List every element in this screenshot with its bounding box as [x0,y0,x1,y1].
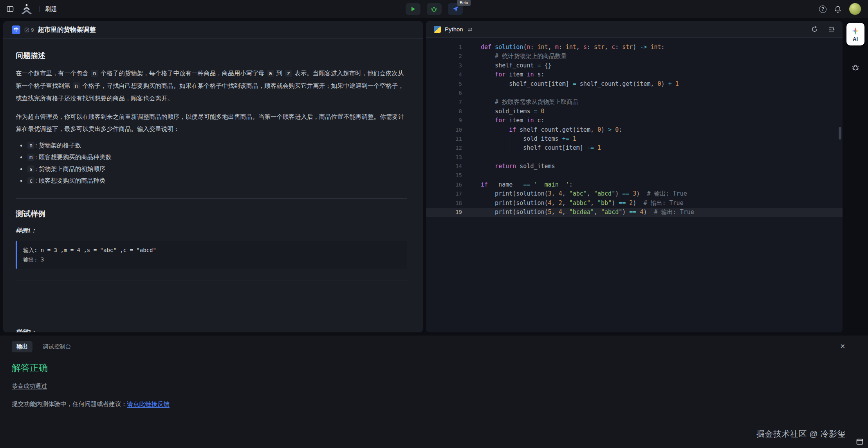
app-title: 刷题 [45,5,57,13]
line-number[interactable]: 19 [426,208,462,217]
code-line[interactable]: 7# 按顾客需求从货物架上取商品 [426,98,843,107]
output-console: 输出 调试控制台 ✕ 解答正确 恭喜成功通过 提交功能内测体验中，任何问题或者建… [0,336,868,448]
inline-code: n [27,142,34,149]
line-number[interactable]: 15 [426,171,462,180]
tab-output[interactable]: 输出 [12,341,32,352]
example1-label: 样例1： [16,227,407,234]
play-icon [410,6,416,12]
line-number[interactable]: 11 [426,134,462,143]
code-line[interactable]: 4for item in s: [426,70,843,79]
editor-scrollbar[interactable] [839,127,841,140]
inline-code: s [27,165,34,172]
example-input: 输入: n = 3 ,m = 4 ,s = "abc" ,c = "abcd" [23,245,401,255]
code-line[interactable]: 17print(solution(3, 4, "abc", "abcd") ==… [426,189,843,198]
inline-code: z [285,70,292,77]
feedback-link[interactable]: 请点此链接反馈 [127,401,170,407]
code-line[interactable]: 9for item in c: [426,116,843,125]
code-line[interactable]: 19print(solution(5, 4, "bcdea", "abcd") … [426,208,843,217]
examples-heading: 测试样例 [16,209,407,219]
editor-header: Python ⇄ [426,21,843,38]
line-number[interactable]: 5 [426,80,462,89]
reset-code-icon[interactable] [811,26,818,33]
run-code-button[interactable] [406,3,420,15]
debug-icon[interactable] [852,63,859,73]
code-line[interactable]: 12shelf_count[item] -= 1 [426,143,843,152]
problem-title: 超市里的货物架调整 [38,25,96,34]
line-number[interactable]: 7 [426,98,462,107]
line-number[interactable]: 2 [426,52,462,61]
inline-code: c [27,177,34,184]
feedback-label: 提交功能内测体验中，任何问题或者建议： [12,401,127,407]
feedback-text: 提交功能内测体验中，任何问题或者建议：请点此链接反馈 [12,400,868,408]
run-tests-button[interactable] [427,3,442,15]
problem-panel: 中 9 超市里的货物架调整 问题描述 在一个超市里，有一个包含 n 个格子的货物… [3,21,423,332]
code-line[interactable]: 16if __name__ == '__main__': [426,180,843,189]
window-icon[interactable] [856,439,863,446]
topbar-actions: Beta [406,3,463,15]
topbar-divider [39,6,40,12]
line-number[interactable]: 14 [426,162,462,171]
line-number[interactable]: 16 [426,180,462,189]
juejin-logo[interactable] [20,4,34,15]
variable-list: n: 货物架的格子数m: 顾客想要购买的商品种类数s: 货物架上商品的初始顺序c… [16,140,407,187]
ai-sparkle-icon [851,27,860,35]
result-status: 解答正确 [12,362,868,374]
line-number[interactable]: 12 [426,143,462,152]
code-line[interactable]: 10if shelf_count.get(item, 0) > 0: [426,125,843,134]
console-tabs: 输出 调试控制台 [0,336,868,352]
code-line[interactable]: 5shelf_count[item] = shelf_count.get(ite… [426,80,843,89]
right-toolbar: AI [843,21,868,332]
result-subtitle: 恭喜成功通过 [12,383,868,390]
code-lines: 1def solution(n: int, m: int, s: str, c:… [426,43,843,217]
line-number[interactable]: 9 [426,116,462,125]
problem-paragraph: 作为超市管理员，你可以在顾客到来之前重新调整商品的顺序，以便尽可能多地出售商品。… [16,111,407,135]
problem-number-icon [24,27,29,33]
section-divider-2 [16,281,407,281]
tab-debug-console[interactable]: 调试控制台 [43,343,71,350]
language-label: Python [445,26,463,33]
line-number[interactable]: 4 [426,70,462,79]
line-number[interactable]: 8 [426,107,462,116]
line-number[interactable]: 13 [426,153,462,162]
sidebar-toggle-icon[interactable] [6,5,14,13]
example2-label: 样例2： [16,328,36,332]
topbar-left: 刷题 [0,4,57,15]
topbar: 刷题 Beta ? [0,0,868,18]
watermark: 掘金技术社区 @ 冷影玺 [756,428,846,439]
line-number[interactable]: 3 [426,61,462,70]
line-number[interactable]: 10 [426,125,462,134]
bug-icon [431,6,437,13]
code-line[interactable]: 1def solution(n: int, m: int, s: str, c:… [426,43,843,52]
description-heading: 问题描述 [16,51,407,61]
code-line[interactable]: 6 [426,89,843,98]
code-line[interactable]: 15 [426,171,843,180]
line-number[interactable]: 18 [426,199,462,208]
code-line[interactable]: 8sold_items = 0 [426,107,843,116]
beta-badge: Beta [457,0,471,6]
line-number[interactable]: 6 [426,89,462,98]
code-line[interactable]: 13 [426,153,843,162]
code-line[interactable]: 2# 统计货物架上的商品数量 [426,52,843,61]
python-icon [434,26,441,33]
notifications-icon[interactable] [834,5,841,13]
example-output: 输出: 3 [23,255,401,264]
code-line[interactable]: 14return sold_items [426,162,843,171]
example1-code-block: 输入: n = 3 ,m = 4 ,s = "abc" ,c = "abcd" … [16,241,407,269]
code-line[interactable]: 11sold_items += 1 [426,134,843,143]
problem-body[interactable]: 问题描述 在一个超市里，有一个包含 n 个格子的货物架，每个格子中放有一种商品，… [3,39,423,332]
code-line[interactable]: 3shelf_count = {} [426,61,843,70]
format-code-icon[interactable] [828,26,835,32]
ai-assistant-button[interactable]: AI [846,23,864,45]
line-number[interactable]: 17 [426,189,462,198]
close-console-icon[interactable]: ✕ [840,343,845,350]
user-avatar[interactable] [849,3,861,15]
language-switch-icon[interactable]: ⇄ [468,26,473,33]
help-icon[interactable]: ? [819,5,826,13]
line-number[interactable]: 1 [426,43,462,52]
submit-wrap: Beta [448,3,463,15]
inline-code: n [73,82,80,89]
code-editor-panel: Python ⇄ 1def solution(n: int, m: int, s… [426,21,843,332]
code-line[interactable]: 18print(solution(4, 2, "abbc", "bb") == … [426,199,843,208]
code-editor[interactable]: 1def solution(n: int, m: int, s: str, c:… [426,38,843,332]
variable-item: s: 货物架上商品的初始顺序 [27,163,407,175]
